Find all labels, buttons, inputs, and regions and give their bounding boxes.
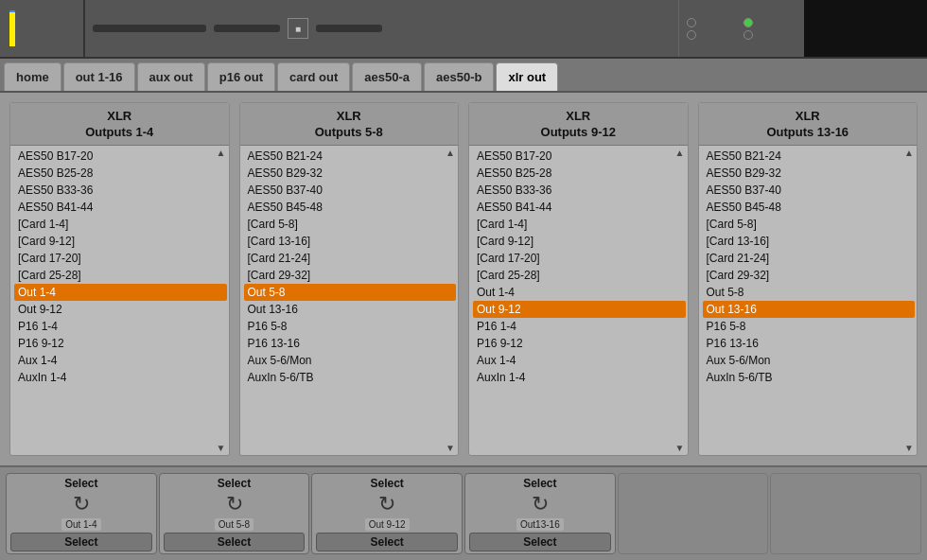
list-item-3-7[interactable]: [Card 29-32]: [703, 267, 916, 284]
list-item-3-12[interactable]: Aux 5-6/Mon: [703, 352, 916, 369]
bottom-bar: Select↻Out 1-4SelectSelect↻Out 5-8Select…: [0, 465, 927, 560]
xlr-header-0: XLROutputs 1-4: [10, 103, 229, 146]
list-item-2-9[interactable]: Out 9-12: [473, 301, 686, 318]
slot-label-3: Select: [523, 477, 556, 490]
list-item-1-4[interactable]: [Card 5-8]: [244, 216, 457, 233]
scroll-up-0[interactable]: ▲: [217, 148, 226, 158]
list-item-2-1[interactable]: AES50 B25-28: [473, 165, 686, 182]
nav-tab-xlr-out[interactable]: xlr out: [496, 62, 558, 91]
list-item-0-0[interactable]: AES50 B17-20: [14, 148, 227, 165]
list-item-2-3[interactable]: AES50 B41-44: [473, 199, 686, 216]
scroll-up-3[interactable]: ▲: [904, 148, 914, 158]
list-item-1-13[interactable]: AuxIn 5-6/TB: [244, 369, 457, 386]
yellow-level-bar: [9, 12, 15, 46]
list-item-0-6[interactable]: [Card 17-20]: [14, 250, 227, 267]
list-item-3-1[interactable]: AES50 B29-32: [703, 165, 916, 182]
bottom-slot-2[interactable]: Select↻Out 9-12Select: [311, 473, 463, 554]
scroll-indicator-3: ▲▼: [903, 148, 915, 453]
list-item-2-0[interactable]: AES50 B17-20: [473, 148, 686, 165]
list-item-0-10[interactable]: P16 1-4: [14, 318, 227, 335]
select-button-2[interactable]: Select: [316, 533, 458, 551]
list-item-3-11[interactable]: P16 13-16: [703, 335, 916, 352]
list-item-2-13[interactable]: AuxIn 1-4: [473, 369, 686, 386]
bottom-slot-1[interactable]: Select↻Out 5-8Select: [159, 473, 310, 554]
list-item-0-12[interactable]: Aux 1-4: [14, 352, 227, 369]
list-item-3-9[interactable]: Out 13-16: [703, 301, 916, 318]
stop-button[interactable]: ■: [288, 18, 308, 39]
list-item-3-0[interactable]: AES50 B21-24: [703, 148, 916, 165]
list-item-2-4[interactable]: [Card 1-4]: [473, 216, 686, 233]
list-item-2-12[interactable]: Aux 1-4: [473, 352, 686, 369]
xlr-list-2: AES50 B17-20AES50 B25-28AES50 B33-36AES5…: [469, 146, 688, 455]
list-item-2-6[interactable]: [Card 17-20]: [473, 250, 686, 267]
list-item-3-10[interactable]: P16 5-8: [703, 318, 916, 335]
list-item-3-8[interactable]: Out 5-8: [703, 284, 916, 301]
scroll-up-1[interactable]: ▲: [446, 148, 455, 158]
slot-sub-3: Out13-16: [516, 518, 564, 531]
scroll-up-2[interactable]: ▲: [675, 148, 685, 158]
list-item-1-1[interactable]: AES50 B29-32: [244, 165, 457, 182]
ch-number-bar: [6, 12, 15, 46]
list-item-2-7[interactable]: [Card 25-28]: [473, 267, 686, 284]
list-item-1-9[interactable]: Out 13-16: [244, 301, 457, 318]
bottom-slot-3[interactable]: Select↻Out13-16Select: [464, 473, 616, 554]
bottom-slot-empty-4: [618, 473, 769, 554]
list-item-0-8[interactable]: Out 1-4: [14, 284, 227, 301]
list-item-3-6[interactable]: [Card 21-24]: [703, 250, 916, 267]
list-item-3-3[interactable]: AES50 B45-48: [703, 199, 916, 216]
nav-tab-home[interactable]: home: [4, 62, 61, 91]
nav-tab-out1-16[interactable]: out 1-16: [63, 62, 135, 91]
scroll-down-1[interactable]: ▼: [446, 443, 455, 453]
meter-row-b: [687, 30, 796, 40]
rotate-icon-2: ↻: [378, 492, 395, 516]
bottom-slot-0[interactable]: Select↻Out 1-4Select: [6, 473, 157, 554]
nav-tab-aes50-b[interactable]: aes50-b: [424, 62, 494, 91]
xlr-list-1: AES50 B21-24AES50 B29-32AES50 B37-40AES5…: [240, 146, 459, 455]
list-item-0-5[interactable]: [Card 9-12]: [14, 233, 227, 250]
list-item-0-1[interactable]: AES50 B25-28: [14, 165, 227, 182]
list-item-2-8[interactable]: Out 1-4: [473, 284, 686, 301]
list-item-1-6[interactable]: [Card 21-24]: [244, 250, 457, 267]
list-item-2-11[interactable]: P16 9-12: [473, 335, 686, 352]
time-counter: [214, 25, 280, 32]
select-button-1[interactable]: Select: [164, 533, 306, 551]
list-item-1-11[interactable]: P16 13-16: [244, 335, 457, 352]
list-item-0-4[interactable]: [Card 1-4]: [14, 216, 227, 233]
scroll-down-2[interactable]: ▼: [675, 443, 685, 453]
list-item-1-2[interactable]: AES50 B37-40: [244, 182, 457, 199]
rotate-icon-0: ↻: [73, 492, 90, 516]
list-item-2-10[interactable]: P16 1-4: [473, 318, 686, 335]
list-item-3-2[interactable]: AES50 B37-40: [703, 182, 916, 199]
scroll-down-0[interactable]: ▼: [217, 443, 226, 453]
select-button-0[interactable]: Select: [10, 533, 152, 551]
list-item-1-3[interactable]: AES50 B45-48: [244, 199, 457, 216]
list-item-2-5[interactable]: [Card 9-12]: [473, 233, 686, 250]
nav-tab-aes50-a[interactable]: aes50-a: [352, 62, 422, 91]
list-item-1-10[interactable]: P16 5-8: [244, 318, 457, 335]
nav-tab-p16-out[interactable]: p16 out: [207, 62, 275, 91]
list-item-0-7[interactable]: [Card 25-28]: [14, 267, 227, 284]
list-item-0-11[interactable]: P16 9-12: [14, 335, 227, 352]
list-item-3-13[interactable]: AuxIn 5-6/TB: [703, 369, 916, 386]
list-item-1-5[interactable]: [Card 13-16]: [244, 233, 457, 250]
list-item-0-3[interactable]: AES50 B41-44: [14, 199, 227, 216]
nav-tab-aux-out[interactable]: aux out: [137, 62, 205, 91]
bottom-slot-empty-5: [770, 473, 921, 554]
list-item-2-2[interactable]: AES50 B33-36: [473, 182, 686, 199]
list-item-1-7[interactable]: [Card 29-32]: [244, 267, 457, 284]
rotate-icon-1: ↻: [226, 492, 243, 516]
xlr-header-1: XLROutputs 5-8: [240, 103, 459, 146]
nav-tab-card-out[interactable]: card out: [277, 62, 350, 91]
scroll-down-3[interactable]: ▼: [904, 443, 914, 453]
list-item-3-5[interactable]: [Card 13-16]: [703, 233, 916, 250]
list-item-3-4[interactable]: [Card 5-8]: [703, 216, 916, 233]
select-button-3[interactable]: Select: [469, 533, 611, 551]
xlr-column-2: XLROutputs 9-12AES50 B17-20AES50 B25-28A…: [468, 102, 689, 456]
list-item-1-8[interactable]: Out 5-8: [244, 284, 457, 301]
list-item-1-12[interactable]: Aux 5-6/Mon: [244, 352, 457, 369]
list-item-0-9[interactable]: Out 9-12: [14, 301, 227, 318]
list-item-0-13[interactable]: AuxIn 1-4: [14, 369, 227, 386]
list-item-0-2[interactable]: AES50 B33-36: [14, 182, 227, 199]
list-item-1-0[interactable]: AES50 B21-24: [244, 148, 457, 165]
xlr-header-2: XLROutputs 9-12: [469, 103, 688, 146]
